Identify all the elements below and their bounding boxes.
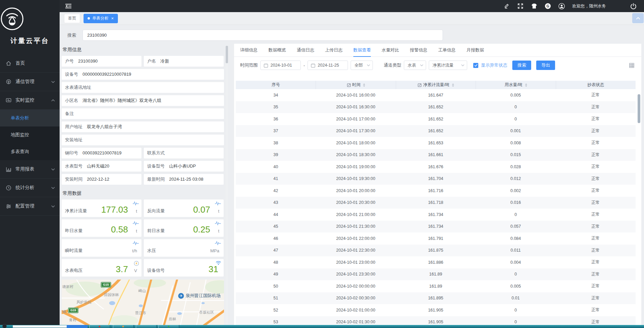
granularity-select[interactable]: 全部 [351, 61, 373, 70]
sidebar-item-realtime[interactable]: 实时监控 [0, 91, 60, 110]
sidebar-item-config[interactable]: 配置管理 [0, 197, 60, 216]
date-from-input[interactable]: 2024-10-01 [260, 61, 301, 70]
map-airport-marker[interactable]: ✈ 泉州晋江国际机场 [178, 293, 221, 299]
table-row[interactable]: 492024-10-01 23:30:00161.890正常 [236, 268, 636, 281]
detail-tab-6[interactable]: 水量对比 [382, 44, 399, 57]
table-cell: 正常 [556, 197, 636, 209]
date-to-input[interactable]: 2024-11-25 [308, 61, 348, 70]
detail-tab-2[interactable]: 数据概览 [268, 44, 286, 57]
map-place-label: 风炉后坑 [76, 300, 91, 305]
table-row[interactable]: 472024-10-01 22:30:00161.8750.011正常 [236, 245, 636, 257]
active-dot-icon [88, 17, 90, 20]
table-cell: 2024-10-01 16:30:00 [316, 101, 395, 113]
table-row[interactable]: 502024-10-02 00:00:00161.890.005正常 [236, 280, 636, 292]
tab-chip-home[interactable]: 首页 [64, 14, 80, 23]
table-row[interactable]: 532024-10-02 01:30:00161.9050正常 [236, 316, 636, 325]
table-row[interactable]: 442024-10-01 21:00:00161.7340正常 [236, 209, 636, 221]
table-row[interactable]: 452024-10-01 21:30:00161.7340.057正常 [236, 221, 636, 233]
table-row[interactable]: 362024-10-01 17:00:00161.6520正常 [236, 113, 636, 125]
edit-icon[interactable] [503, 3, 510, 9]
start-button[interactable] [2, 324, 7, 328]
table-row[interactable]: 412024-10-01 19:30:00161.7040.012正常 [236, 173, 636, 185]
search-input[interactable] [83, 30, 443, 41]
sidebar-item-label: 配置管理 [15, 203, 34, 209]
sidebar-item-multi-query[interactable]: 多表查询 [0, 143, 60, 160]
abnormal-checkbox[interactable] [473, 63, 478, 68]
column-settings-icon[interactable] [629, 63, 634, 68]
table-row[interactable]: 522024-10-02 01:00:00161.9050正常 [236, 304, 636, 316]
table-cell: 2024-10-01 16:00:00 [316, 89, 395, 101]
edit-cell-icon [418, 83, 422, 87]
detail-tab-9[interactable]: 月报数据 [466, 44, 484, 57]
table-scrollbar-thumb[interactable] [638, 94, 640, 123]
stat-label: 瞬时流量 [65, 248, 83, 254]
table-row[interactable]: 382024-10-01 18:00:00161.6530.008正常 [236, 137, 636, 149]
table-row[interactable]: 462024-10-01 22:00:00161.7910.084正常 [236, 232, 636, 245]
stat-card: 昨日水量0.58t [62, 219, 141, 237]
table-row[interactable]: 512024-10-02 00:30:00161.8950.01正常 [236, 292, 636, 304]
stat-value: 0.58 [111, 224, 128, 235]
sidebar-item-statistics[interactable]: 统计分析 [0, 179, 60, 197]
sort-carets-icon[interactable] [452, 83, 454, 87]
table-cell: 正常 [556, 137, 636, 149]
tab-chip-active[interactable]: 单表分析× [84, 14, 118, 23]
power-icon[interactable] [630, 3, 637, 9]
map-place-label: 田园张林 [104, 292, 119, 297]
stats-section-title: 常用数据 [63, 190, 224, 196]
taskbar-window[interactable] [89, 325, 110, 328]
table-row[interactable]: 402024-10-01 19:00:00161.6760.028正常 [236, 161, 636, 173]
close-icon[interactable]: × [111, 16, 114, 21]
info-field: 水表通讯地址 [62, 82, 224, 93]
table-header-cell[interactable]: 时间 [316, 81, 395, 89]
left-panel-scrollbar-track[interactable] [226, 45, 228, 325]
table-row[interactable]: 372024-10-01 17:30:00161.6520.001正常 [236, 125, 636, 137]
detail-tab-8[interactable]: 工单信息 [438, 44, 456, 57]
table-row[interactable]: 432024-10-01 20:30:00161.7180.016正常 [236, 197, 636, 209]
avatar[interactable] [558, 3, 565, 9]
map[interactable]: ✈ 泉州晋江国际机场 塘新村田园张林崎山风炉后坑镇晋江市后林杏坂社区青村G15G… [62, 280, 224, 325]
taskbar-window[interactable] [158, 325, 179, 328]
table-row[interactable]: 352024-10-01 16:30:00161.6520正常 [236, 101, 636, 113]
sort-carets-icon[interactable] [525, 83, 527, 87]
stat-label: 昨日水量 [65, 228, 83, 234]
taskbar-window[interactable] [113, 325, 134, 328]
sidebar-item-single-analysis[interactable]: 单表分析 [0, 110, 60, 126]
taskbar-window[interactable] [136, 325, 157, 328]
stat-unit: t [218, 209, 219, 214]
table-cell: 正常 [556, 185, 636, 197]
google-icon[interactable]: G [545, 3, 551, 9]
detail-tab-1[interactable]: 详细信息 [240, 44, 258, 57]
taskbar-search[interactable] [13, 325, 67, 328]
table-row[interactable]: 392024-10-01 18:30:00161.6610.015正常 [236, 149, 636, 161]
sidebar-item-home[interactable]: 首页 [0, 54, 60, 73]
search-button[interactable]: 搜索 [512, 61, 531, 70]
export-button[interactable]: 导出 [536, 61, 555, 70]
table-cell: 161.661 [396, 149, 476, 161]
detail-tab-3[interactable]: 通信日志 [297, 44, 314, 57]
menu-collapse-icon[interactable] [65, 3, 72, 9]
detail-tab-7[interactable]: 报警信息 [410, 44, 427, 57]
table-row[interactable]: 482024-10-01 23:00:00161.8860.004正常 [236, 256, 636, 268]
data-table: 序号时间净累计流量/吨用水量/吨抄表状态342024-10-01 16:00:0… [236, 81, 636, 325]
collapse-panel-button[interactable] [632, 13, 644, 23]
detail-tab-5[interactable]: 数据查看 [353, 44, 371, 57]
taskbar-window-active[interactable] [67, 325, 88, 328]
table-header-cell[interactable]: 用水量/吨 [476, 81, 555, 89]
chevron-down-icon [420, 64, 423, 66]
table-header-cell[interactable]: 净累计流量/吨 [396, 81, 476, 89]
table-row[interactable]: 422024-10-01 20:00:00161.7160.002正常 [236, 185, 636, 197]
theme-icon[interactable] [531, 3, 537, 9]
sidebar-item-comm[interactable]: 通信管理 [0, 73, 60, 91]
table-cell: 0.01 [476, 292, 555, 304]
metric-select[interactable]: 净累计流量 [429, 61, 467, 70]
detail-tab-4[interactable]: 上传日志 [325, 44, 343, 57]
channel-select[interactable]: 水表 [404, 61, 426, 70]
table-row[interactable]: 342024-10-01 16:00:00161.6470.005正常 [236, 89, 636, 101]
left-panel-scrollbar-thumb[interactable] [226, 46, 228, 63]
sidebar-item-reports[interactable]: 常用报表 [0, 160, 60, 179]
sort-carets-icon[interactable] [363, 83, 365, 87]
table-cell: 0.015 [476, 149, 555, 161]
stat-card: 水压MPa [144, 239, 224, 257]
fullscreen-icon[interactable] [517, 3, 523, 9]
sidebar-item-map-monitor[interactable]: 地图监控 [0, 126, 60, 143]
